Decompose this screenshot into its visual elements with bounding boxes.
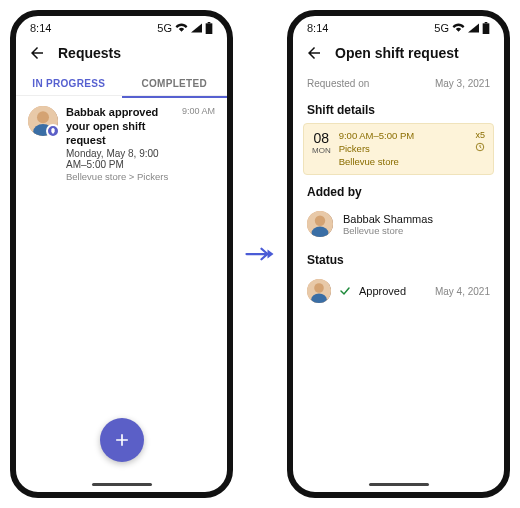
shift-side: x5 [475, 130, 485, 168]
page-title: Requests [58, 45, 121, 61]
svg-rect-1 [208, 22, 211, 23]
request-meta: Bellevue store > Pickers [66, 171, 174, 182]
back-icon[interactable] [28, 44, 46, 62]
battery-icon [482, 22, 490, 34]
svg-rect-6 [485, 22, 488, 23]
tabs: IN PROGRESS COMPLETED [16, 70, 227, 96]
person-name: Babbak Shammas [343, 213, 433, 225]
status-title: Status [293, 243, 504, 273]
shift-time: 9:00 AM–5:00 PM [339, 130, 467, 143]
phone-right: 8:14 5G Open shift request Requested on … [287, 10, 510, 498]
svg-point-9 [315, 216, 325, 226]
home-indicator[interactable] [369, 483, 429, 486]
person-body: Babbak Shammas Bellevue store [343, 213, 433, 236]
svg-rect-5 [483, 23, 490, 34]
header: Requests [16, 36, 227, 70]
request-subtitle: Monday, May 8, 9:00 AM–5:00 PM [66, 148, 174, 170]
requested-date: May 3, 2021 [435, 78, 490, 89]
wifi-icon [452, 23, 465, 33]
status-date: May 4, 2021 [435, 286, 490, 297]
signal-icon [191, 23, 202, 33]
added-by-row[interactable]: Babbak Shammas Bellevue store [293, 205, 504, 243]
home-indicator[interactable] [92, 483, 152, 486]
shift-badge-icon [46, 124, 60, 138]
network-type: 5G [157, 22, 172, 34]
added-by-title: Added by [293, 175, 504, 205]
svg-point-12 [314, 284, 324, 294]
avatar-face-icon [307, 279, 331, 303]
clock: 8:14 [30, 22, 51, 34]
status-row: Approved May 4, 2021 [293, 273, 504, 309]
check-icon [339, 285, 351, 297]
wifi-icon [175, 23, 188, 33]
shift-card[interactable]: 08 MON 9:00 AM–5:00 PM Pickers Bellevue … [303, 123, 494, 175]
avatar [307, 211, 333, 237]
tab-in-progress[interactable]: IN PROGRESS [16, 70, 122, 95]
shift-details-title: Shift details [293, 93, 504, 123]
shift-info: 9:00 AM–5:00 PM Pickers Bellevue store [339, 130, 467, 168]
shift-day-name: MON [312, 146, 331, 155]
avatar-face-icon [307, 211, 333, 237]
status-icons: 5G [157, 22, 213, 34]
shift-count: x5 [475, 130, 485, 140]
request-title: Babbak approved your open shift request [66, 106, 174, 147]
back-icon[interactable] [305, 44, 323, 62]
phone-left: 8:14 5G Requests IN PROGRESS COMPLETED [10, 10, 233, 498]
requested-label: Requested on [307, 78, 369, 89]
shift-group: Pickers [339, 143, 467, 156]
requested-row: Requested on May 3, 2021 [293, 70, 504, 93]
svg-rect-0 [206, 23, 213, 34]
tab-completed[interactable]: COMPLETED [122, 70, 228, 95]
clock: 8:14 [307, 22, 328, 34]
shift-date: 08 MON [312, 130, 331, 168]
add-button[interactable] [100, 418, 144, 462]
arrow-icon [245, 245, 275, 263]
status-left: Approved [307, 279, 406, 303]
avatar [28, 106, 58, 136]
status-icons: 5G [434, 22, 490, 34]
page-title: Open shift request [335, 45, 459, 61]
network-type: 5G [434, 22, 449, 34]
avatar [307, 279, 331, 303]
battery-icon [205, 22, 213, 34]
shift-store: Bellevue store [339, 156, 467, 169]
shift-day-number: 08 [312, 130, 331, 146]
plus-icon [112, 430, 132, 450]
signal-icon [468, 23, 479, 33]
status-text: Approved [359, 285, 406, 297]
request-time: 9:00 AM [182, 106, 215, 182]
request-item[interactable]: Babbak approved your open shift request … [16, 98, 227, 190]
status-bar: 8:14 5G [16, 16, 227, 36]
person-sub: Bellevue store [343, 225, 433, 236]
status-bar: 8:14 5G [293, 16, 504, 36]
header: Open shift request [293, 36, 504, 70]
clock-icon [475, 142, 485, 152]
svg-point-3 [37, 111, 49, 123]
request-body: Babbak approved your open shift request … [66, 106, 174, 182]
